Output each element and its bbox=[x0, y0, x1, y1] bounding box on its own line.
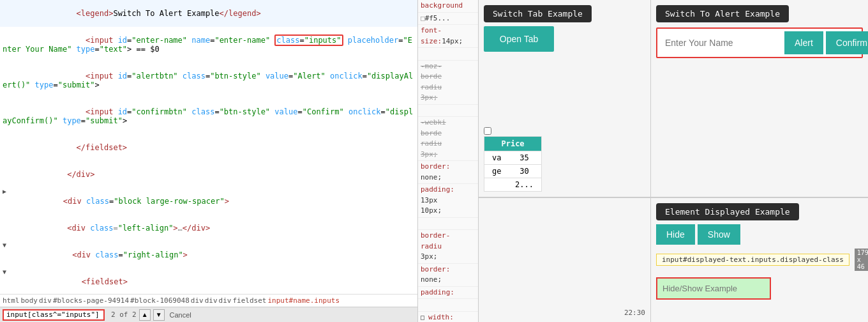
breadcrumb-div2[interactable]: div bbox=[191, 296, 204, 305]
breadcrumb-div3[interactable]: div bbox=[205, 296, 218, 305]
breadcrumb-input[interactable]: input#name.inputs bbox=[267, 296, 340, 305]
css-background: background bbox=[418, 0, 478, 13]
search-input[interactable] bbox=[3, 309, 105, 321]
css-blank4 bbox=[418, 299, 478, 312]
fold-arrow-9[interactable]: ▼ bbox=[3, 241, 6, 249]
breadcrumb-div[interactable]: div bbox=[39, 296, 52, 305]
hide-button[interactable]: Hide bbox=[656, 224, 695, 245]
search-cancel-button[interactable]: Cancel bbox=[170, 311, 191, 319]
element-tooltip: input#displayed-text.inputs.displayed-cl… bbox=[656, 254, 849, 266]
switch-tab-content: Switch Tab Example Open Tab bbox=[484, 5, 645, 52]
css-border-none: border: none; bbox=[418, 161, 478, 184]
search-next-button[interactable]: ▼ bbox=[153, 309, 165, 321]
code-line-9: ▼ <div class="right-align"> bbox=[0, 241, 417, 268]
switch-alert-section: Switch To Alert Example Alert Confirm bbox=[651, 0, 868, 197]
code-panel: <legend>Switch To Alert Example</legend>… bbox=[0, 0, 418, 322]
css-width-row: □ width: 270px bbox=[418, 312, 478, 323]
table-row-1: va 35 bbox=[484, 151, 542, 165]
code-line-5: </fieldset> bbox=[0, 134, 417, 161]
breadcrumb-bar: html body div #blocks-page-94914 #block-… bbox=[0, 294, 417, 307]
main-layout: <legend>Switch To Alert Example</legend>… bbox=[0, 0, 868, 322]
css-panel: background □#f5... font-size:14px; -moz-… bbox=[418, 0, 479, 322]
css-fontsize: font-size:14px; bbox=[418, 25, 478, 48]
css-blank2 bbox=[418, 105, 478, 118]
code-line-6: </div> bbox=[0, 161, 417, 188]
code-scroll[interactable]: <legend>Switch To Alert Example</legend>… bbox=[0, 0, 417, 294]
time-display: 22:30 bbox=[624, 309, 645, 317]
css-blank1 bbox=[418, 48, 478, 61]
table-header-price: Price bbox=[484, 137, 542, 151]
switch-tab-section: Switch Tab Example Open Tab Price va bbox=[479, 0, 651, 197]
css-moz: -moz-borderadiu3px; bbox=[418, 61, 478, 105]
tooltip-size: 179 x 46 bbox=[855, 249, 868, 271]
code-line-3: <input id="alertbtn" class="btn-style" v… bbox=[0, 63, 417, 98]
css-webkit: -webkiborderadiu3px; bbox=[418, 117, 478, 161]
breadcrumb-blocks[interactable]: #blocks-page-94914 bbox=[53, 296, 129, 305]
switch-alert-box: Alert Confirm bbox=[656, 27, 863, 58]
element-displayed-label: Element Displayed Example bbox=[656, 203, 799, 220]
r-top: Switch Tab Example Open Tab Price va bbox=[479, 0, 868, 198]
table-checkbox[interactable] bbox=[484, 127, 491, 135]
fold-arrow-10[interactable]: ▼ bbox=[3, 268, 6, 275]
table-section: Price va 35 ge 30 2... bbox=[484, 127, 645, 192]
r-bottom: 22:30 Element Displayed Example Hide Sho… bbox=[479, 198, 868, 322]
bottom-left-section: 22:30 bbox=[479, 198, 651, 322]
right-preview-panel: Switch Tab Example Open Tab Price va bbox=[479, 0, 868, 322]
code-line-8: <div class="left-align">…</div> bbox=[0, 215, 417, 241]
code-line-2: <input id="enter-name" name="enter-name"… bbox=[0, 27, 417, 63]
alert-button[interactable]: Alert bbox=[784, 31, 823, 54]
css-border-radius: border-radiu 3px; bbox=[418, 230, 478, 264]
element-displayed-section: Element Displayed Example Hide Show inpu… bbox=[651, 198, 868, 322]
element-displayed-controls: Hide Show bbox=[656, 224, 863, 245]
open-tab-button[interactable]: Open Tab bbox=[484, 26, 554, 52]
enter-name-input[interactable] bbox=[660, 33, 782, 53]
table-row-3: 2... bbox=[484, 178, 542, 192]
search-prev-button[interactable]: ▲ bbox=[139, 309, 151, 321]
code-line-4: <input id="confirmbtn" class="btn-style"… bbox=[0, 98, 417, 134]
show-button[interactable]: Show bbox=[698, 224, 740, 245]
confirm-button[interactable]: Confirm bbox=[826, 31, 868, 54]
demo-table: Price va 35 ge 30 2... bbox=[484, 136, 542, 192]
css-padding2: padding: bbox=[418, 287, 478, 300]
fold-arrow-7[interactable]: ▶ bbox=[3, 188, 6, 195]
code-line-7: ▶ <div class="block large-row-spacer"> bbox=[0, 188, 417, 215]
css-bg-value: □#f5... bbox=[418, 13, 478, 26]
code-line-10: ▼ <fieldset> bbox=[0, 268, 417, 294]
table-row-2: ge 30 bbox=[484, 165, 542, 178]
time-bar: 22:30 bbox=[484, 203, 645, 317]
breadcrumb-div4[interactable]: div bbox=[219, 296, 232, 305]
switch-alert-label: Switch To Alert Example bbox=[656, 5, 789, 22]
tooltip-text: input#displayed-text.inputs.displayed-cl… bbox=[662, 256, 844, 264]
breadcrumb-fieldset[interactable]: fieldset bbox=[232, 296, 266, 305]
switch-tab-label: Switch Tab Example bbox=[484, 5, 592, 22]
css-padding: padding: 13px10px; bbox=[418, 184, 478, 218]
css-blank3 bbox=[418, 218, 478, 231]
search-bar: 2 of 2 ▲ ▼ Cancel bbox=[0, 307, 417, 322]
tooltip-row: input#displayed-text.inputs.displayed-cl… bbox=[656, 249, 863, 271]
breadcrumb-html[interactable]: html bbox=[3, 296, 20, 305]
css-border2: border: none; bbox=[418, 264, 478, 287]
search-count: 2 of 2 bbox=[111, 310, 137, 319]
breadcrumb-block[interactable]: #block-1069048 bbox=[130, 296, 190, 305]
breadcrumb-body[interactable]: body bbox=[21, 296, 38, 305]
code-line-1: <legend>Switch To Alert Example</legend> bbox=[0, 0, 417, 27]
hide-show-input[interactable] bbox=[656, 277, 771, 300]
